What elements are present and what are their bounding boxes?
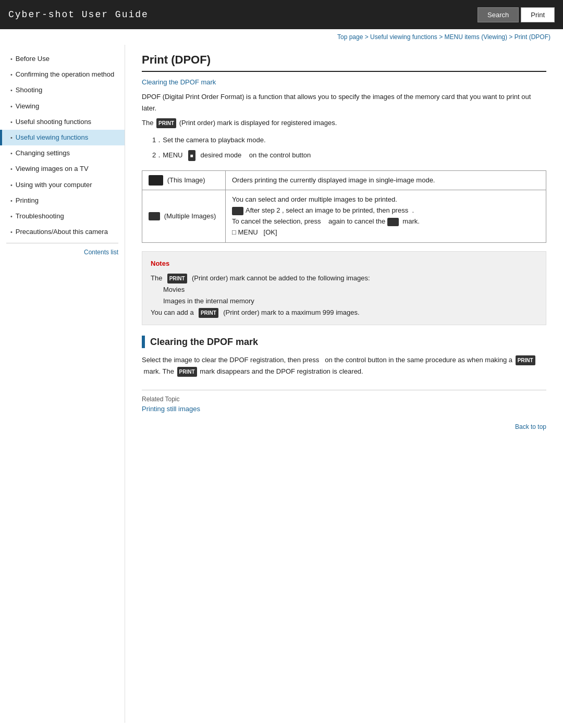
bullet-icon: • xyxy=(10,134,13,142)
bullet-icon: • xyxy=(10,55,13,63)
sidebar-item-shooting[interactable]: • Shooting xyxy=(0,82,125,98)
header-buttons: Search Print xyxy=(478,7,555,22)
main-layout: • Before Use • Confirming the operation … xyxy=(0,45,563,723)
this-image-icon xyxy=(149,175,163,186)
contents-list-link[interactable]: Contents list xyxy=(0,246,125,258)
bullet-icon: • xyxy=(10,150,13,157)
header: Cyber-shot User Guide Search Print xyxy=(0,0,563,29)
notes-title: Notes xyxy=(151,258,537,269)
related-topic: Related Topic Printing still images xyxy=(142,390,546,413)
printing-still-images-link[interactable]: Printing still images xyxy=(142,405,200,413)
dpof-options-table: (This Image) Orders printing the current… xyxy=(142,170,546,243)
step-1: 1．Set the camera to playback mode. xyxy=(152,134,546,147)
clearing-print-icon-2: PRINT xyxy=(177,367,197,377)
print-button[interactable]: Print xyxy=(521,7,555,22)
cancel-icon-inline xyxy=(387,218,399,226)
bullet-icon: • xyxy=(10,87,13,94)
table-cell-multiple-icon: (Multiple Images) xyxy=(142,190,226,242)
bullet-icon: • xyxy=(10,103,13,110)
back-to-top: Back to top xyxy=(142,423,546,430)
sidebar-item-computer[interactable]: • Using with your computer xyxy=(0,177,125,193)
bullet-icon: • xyxy=(10,213,13,220)
sidebar-item-viewing[interactable]: • Viewing xyxy=(0,98,125,114)
table-cell-this-image-desc: Orders printing the currently displayed … xyxy=(226,170,546,190)
notes-print-icon: PRINT xyxy=(167,274,187,283)
search-button[interactable]: Search xyxy=(478,7,519,22)
table-cell-multiple-desc: You can select and order multiple images… xyxy=(226,190,546,242)
table-cell-this-image-icon: (This Image) xyxy=(142,170,226,190)
notes-movies: Movies xyxy=(163,284,537,295)
steps-list: 1．Set the camera to playback mode. 2．MEN… xyxy=(152,134,546,162)
intro-text: DPOF (Digital Print Order Format) is a f… xyxy=(142,91,546,114)
page-number: 118 xyxy=(0,723,563,728)
section-heading-clearing: Clearing the DPOF mark xyxy=(142,336,546,348)
table-row-this-image: (This Image) Orders printing the current… xyxy=(142,170,546,190)
main-content: Print (DPOF) Clearing the DPOF mark DPOF… xyxy=(125,45,563,723)
breadcrumb: Top page > Useful viewing functions > ME… xyxy=(0,29,563,45)
bullet-icon: • xyxy=(10,181,13,189)
multiple-icon-inline xyxy=(232,207,243,215)
sidebar-item-before-use[interactable]: • Before Use xyxy=(0,51,125,67)
bullet-icon: • xyxy=(10,228,13,236)
breadcrumb-top[interactable]: Top page xyxy=(337,33,363,41)
bullet-icon: • xyxy=(10,165,13,173)
sidebar-item-confirming[interactable]: • Confirming the operation method xyxy=(0,67,125,82)
section-heading-bar xyxy=(142,336,145,348)
print-icon: PRINT xyxy=(156,118,176,128)
related-topic-label: Related Topic xyxy=(142,396,546,403)
clearing-print-icon: PRINT xyxy=(516,355,535,365)
sidebar-item-changing-settings[interactable]: • Changing settings xyxy=(0,145,125,161)
clearing-section: Clearing the DPOF mark Select the image … xyxy=(142,336,546,377)
notes-content: The PRINT (Print order) mark cannot be a… xyxy=(151,273,537,318)
sidebar-item-viewing-tv[interactable]: • Viewing images on a TV xyxy=(0,161,125,177)
sidebar-item-troubleshooting[interactable]: • Troubleshooting xyxy=(0,208,125,224)
bullet-icon: • xyxy=(10,197,13,205)
clearing-body-text: Select the image to clear the DPOF regis… xyxy=(142,354,546,377)
print-order-text: The PRINT (Print order) mark is displaye… xyxy=(142,117,546,129)
notes-box: Notes The PRINT (Print order) mark canno… xyxy=(142,251,546,325)
sidebar-item-printing[interactable]: • Printing xyxy=(0,193,125,208)
sidebar-item-precautions[interactable]: • Precautions/About this camera xyxy=(0,224,125,240)
bullet-icon: • xyxy=(10,71,13,79)
notes-print-icon-2: PRINT xyxy=(199,308,218,318)
page-title: Print (DPOF) xyxy=(142,53,546,72)
sidebar: • Before Use • Confirming the operation … xyxy=(0,45,125,723)
menu-icon: ■ xyxy=(188,150,195,161)
sidebar-item-useful-viewing[interactable]: • Useful viewing functions xyxy=(0,130,125,145)
multiple-images-icon xyxy=(149,212,160,220)
clearing-dpof-link[interactable]: Clearing the DPOF mark xyxy=(142,78,546,86)
notes-internal-memory: Images in the internal memory xyxy=(163,295,537,307)
back-to-top-link[interactable]: Back to top xyxy=(515,423,546,430)
sidebar-item-useful-shooting[interactable]: • Useful shooting functions xyxy=(0,114,125,130)
table-row-multiple-images: (Multiple Images) You can select and ord… xyxy=(142,190,546,242)
step-2: 2．MENU ■ desired mode on the control but… xyxy=(152,149,546,162)
breadcrumb-useful-viewing[interactable]: Useful viewing functions xyxy=(370,33,437,41)
breadcrumb-menu-items[interactable]: MENU items (Viewing) xyxy=(445,33,507,41)
bullet-icon: • xyxy=(10,118,13,126)
sidebar-divider xyxy=(6,243,118,243)
app-title: Cyber-shot User Guide xyxy=(8,9,149,20)
breadcrumb-print-dpof[interactable]: Print (DPOF) xyxy=(515,33,550,41)
